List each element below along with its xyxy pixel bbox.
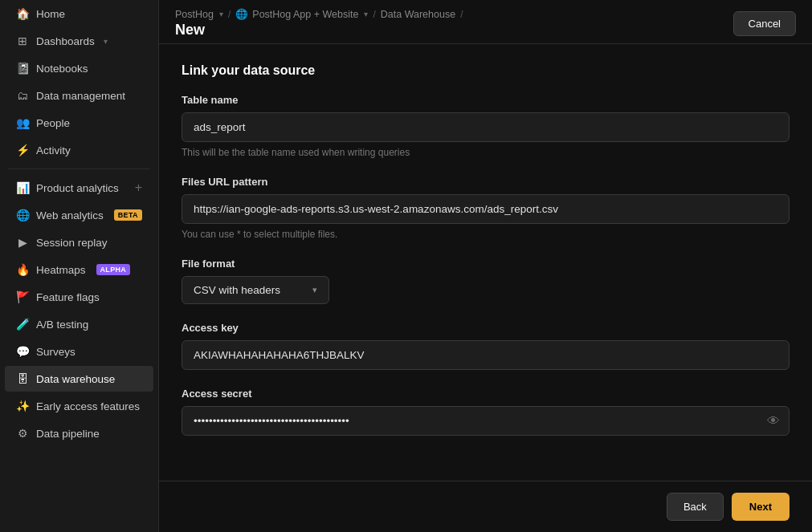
sidebar-item-data-pipeline[interactable]: ⚙ Data pipeline — [5, 420, 153, 446]
breadcrumb-posthog[interactable]: PostHog ▾ — [175, 9, 223, 20]
access-secret-input[interactable] — [182, 406, 790, 436]
sidebar-item-people[interactable]: 👥 People — [5, 110, 153, 136]
sidebar-item-dashboards[interactable]: ⊞ Dashboards ▾ — [5, 28, 153, 54]
sidebar-item-label: Notebooks — [36, 63, 88, 75]
page-title: New — [175, 22, 463, 39]
sidebar-item-label: Session replay — [36, 237, 108, 249]
main-content: PostHog ▾ / 🌐 PostHog App + Website ▾ / … — [159, 0, 812, 532]
sidebar-item-label: Heatmaps — [36, 264, 86, 276]
access-secret-field-group: Access secret 👁 — [182, 388, 790, 436]
form-footer: Back Next — [159, 481, 812, 532]
dashboards-icon: ⊞ — [16, 35, 29, 47]
table-name-hint: This will be the table name used when wr… — [182, 147, 790, 158]
table-name-field-group: Table name This will be the table name u… — [182, 94, 790, 158]
files-url-field-group: Files URL pattern You can use * to selec… — [182, 176, 790, 240]
table-name-label: Table name — [182, 94, 790, 106]
sidebar-item-data-management[interactable]: 🗂 Data management — [5, 83, 153, 108]
access-secret-label: Access secret — [182, 388, 790, 400]
add-product-analytics-button[interactable]: + — [135, 181, 142, 194]
form-section-title: Link your data source — [182, 63, 790, 78]
file-format-value: CSV with headers — [194, 284, 280, 296]
sidebar-item-label: Feature flags — [36, 291, 100, 303]
breadcrumb-app-chevron: ▾ — [364, 10, 368, 18]
breadcrumb: PostHog ▾ / 🌐 PostHog App + Website ▾ / … — [175, 8, 463, 20]
sidebar-item-ab-testing[interactable]: 🧪 A/B testing — [5, 311, 153, 337]
sidebar-item-data-warehouse[interactable]: 🗄 Data warehouse — [5, 366, 153, 392]
breadcrumb-sep-2: / — [373, 9, 375, 20]
file-format-select-wrapper: CSV with headers ▾ — [182, 276, 329, 304]
access-key-label: Access key — [182, 322, 790, 334]
files-url-input[interactable] — [182, 194, 790, 224]
sidebar-item-label: A/B testing — [36, 319, 88, 331]
sidebar-item-label: Dashboards — [36, 35, 95, 47]
sidebar-item-label: People — [36, 117, 70, 129]
file-format-label: File format — [182, 258, 790, 270]
surveys-icon: 💬 — [16, 345, 29, 358]
next-button[interactable]: Next — [732, 493, 790, 521]
breadcrumb-app[interactable]: 🌐 PostHog App + Website ▾ — [235, 8, 368, 20]
file-format-select[interactable]: CSV with headers ▾ — [182, 276, 329, 304]
data-warehouse-icon: 🗄 — [16, 372, 29, 385]
sidebar-item-label: Home — [36, 8, 65, 20]
early-access-icon: ✨ — [16, 400, 29, 412]
breadcrumb-posthog-chevron: ▾ — [219, 10, 223, 18]
breadcrumb-app-label: PostHog App + Website — [252, 9, 358, 20]
sidebar-item-label: Product analytics — [36, 182, 119, 194]
feature-flags-icon: 🚩 — [16, 290, 29, 303]
sidebar-item-session-replay[interactable]: ▶ Session replay — [5, 229, 153, 255]
sidebar-item-label: Data management — [36, 90, 125, 102]
access-secret-input-wrapper: 👁 — [182, 406, 790, 436]
access-key-input[interactable] — [182, 340, 790, 370]
breadcrumb-dw-label: Data Warehouse — [381, 9, 455, 20]
beta-badge: BETA — [114, 209, 142, 221]
breadcrumb-posthog-label: PostHog — [175, 9, 214, 20]
breadcrumb-app-icon: 🌐 — [235, 8, 248, 20]
sidebar-item-label: Early access features — [36, 400, 140, 412]
sidebar-item-feature-flags[interactable]: 🚩 Feature flags — [5, 284, 153, 310]
sidebar-item-product-analytics[interactable]: 📊 Product analytics + — [5, 175, 153, 201]
sidebar-item-heatmaps[interactable]: 🔥 Heatmaps ALPHA — [5, 257, 153, 282]
file-format-field-group: File format CSV with headers ▾ — [182, 258, 790, 304]
heatmaps-icon: 🔥 — [16, 263, 29, 276]
files-url-label: Files URL pattern — [182, 176, 790, 188]
sidebar-item-activity[interactable]: ⚡ Activity — [5, 137, 153, 163]
cancel-button[interactable]: Cancel — [733, 11, 796, 36]
people-icon: 👥 — [16, 116, 29, 129]
activity-icon: ⚡ — [16, 144, 29, 156]
sidebar-item-label: Activity — [36, 144, 71, 156]
notebooks-icon: 📓 — [16, 62, 29, 75]
sidebar-item-label: Web analytics — [36, 209, 104, 221]
sidebar-item-surveys[interactable]: 💬 Surveys — [5, 339, 153, 364]
sidebar-item-label: Surveys — [36, 346, 75, 358]
home-icon: 🏠 — [16, 7, 29, 20]
breadcrumb-data-warehouse[interactable]: Data Warehouse — [381, 9, 455, 20]
access-key-field-group: Access key — [182, 322, 790, 370]
ab-testing-icon: 🧪 — [16, 318, 29, 331]
breadcrumb-sep-1: / — [228, 9, 231, 20]
back-button[interactable]: Back — [667, 493, 724, 521]
sidebar-item-early-access[interactable]: ✨ Early access features — [5, 393, 153, 419]
topbar: PostHog ▾ / 🌐 PostHog App + Website ▾ / … — [159, 0, 812, 44]
data-management-icon: 🗂 — [16, 89, 29, 102]
toggle-visibility-icon[interactable]: 👁 — [767, 414, 780, 428]
sidebar-item-notebooks[interactable]: 📓 Notebooks — [5, 55, 153, 81]
chevron-down-icon: ▾ — [312, 285, 317, 295]
sidebar: 🏠 Home ⊞ Dashboards ▾ 📓 Notebooks 🗂 Data… — [0, 0, 159, 532]
table-name-input[interactable] — [182, 112, 790, 142]
files-url-hint: You can use * to select multiple files. — [182, 229, 790, 240]
sidebar-item-home[interactable]: 🏠 Home — [5, 1, 153, 26]
sidebar-item-web-analytics[interactable]: 🌐 Web analytics BETA — [5, 202, 153, 228]
alpha-badge: ALPHA — [96, 264, 131, 275]
product-analytics-icon: 📊 — [16, 181, 29, 194]
chevron-down-icon: ▾ — [104, 37, 108, 46]
sidebar-item-label: Data pipeline — [36, 428, 100, 440]
web-analytics-icon: 🌐 — [16, 209, 29, 221]
session-replay-icon: ▶ — [16, 236, 29, 249]
form-area: Link your data source Table name This wi… — [159, 44, 812, 481]
sidebar-separator — [8, 169, 150, 169]
sidebar-item-label: Data warehouse — [36, 373, 115, 385]
breadcrumb-sep-3: / — [460, 9, 463, 20]
data-pipeline-icon: ⚙ — [16, 427, 29, 440]
